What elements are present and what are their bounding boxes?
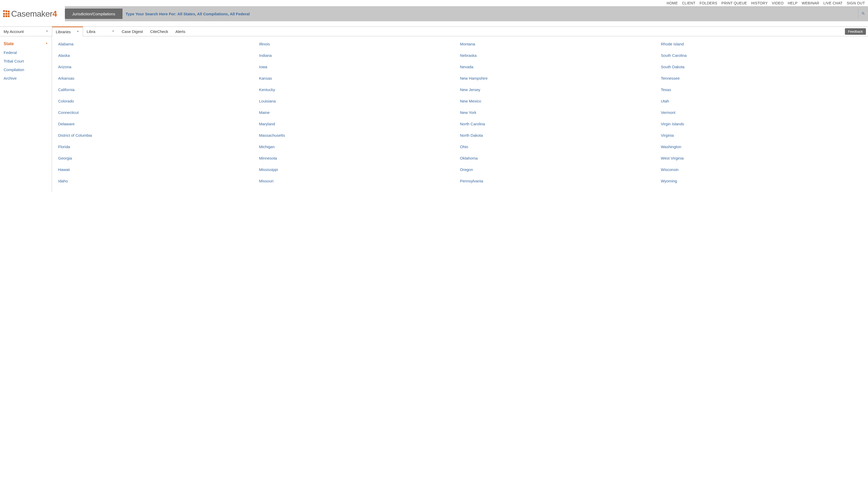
main-content: State Federal Tribal Court Compilation A… <box>0 36 868 192</box>
state-link[interactable]: Florida <box>58 143 259 154</box>
state-link[interactable]: Wyoming <box>661 177 862 188</box>
jurisdiction-button[interactable]: Jurisdiction/Compilations <box>65 8 122 19</box>
search-input[interactable] <box>122 8 858 19</box>
state-link[interactable]: Connecticut <box>58 108 259 120</box>
state-link[interactable]: Arkansas <box>58 74 259 86</box>
state-link[interactable]: Montana <box>460 40 661 52</box>
state-link[interactable]: Oklahoma <box>460 154 661 165</box>
search-row: Casemaker4 Jurisdiction/Compilations <box>0 6 868 21</box>
top-nav-home[interactable]: HOME <box>666 1 678 5</box>
state-link[interactable]: Virgin Islands <box>661 120 862 131</box>
state-link[interactable]: Colorado <box>58 97 259 108</box>
state-link[interactable]: New Hampshire <box>460 74 661 86</box>
state-link[interactable]: Kansas <box>259 74 460 86</box>
tab-label: CiteCheck <box>150 29 168 34</box>
top-nav-history[interactable]: HISTORY <box>751 1 768 5</box>
state-link[interactable]: Idaho <box>58 177 259 188</box>
chevron-down-icon <box>111 29 115 34</box>
state-link[interactable]: Virginia <box>661 131 862 143</box>
state-link[interactable]: New York <box>460 108 661 120</box>
state-link[interactable]: Wisconsin <box>661 165 862 177</box>
tab-alerts[interactable]: Alerts <box>172 27 189 36</box>
state-link[interactable]: Hawaii <box>58 165 259 177</box>
state-link[interactable]: Michigan <box>259 143 460 154</box>
state-link[interactable]: New Mexico <box>460 97 661 108</box>
state-link[interactable]: South Dakota <box>661 63 862 74</box>
state-link[interactable]: Indiana <box>259 52 460 63</box>
state-link[interactable]: Utah <box>661 97 862 108</box>
state-link[interactable]: Nebraska <box>460 52 661 63</box>
state-link[interactable]: Alaska <box>58 52 259 63</box>
top-nav-webinar[interactable]: WEBINAR <box>802 1 819 5</box>
state-link[interactable]: North Dakota <box>460 131 661 143</box>
state-link[interactable]: California <box>58 86 259 97</box>
tab-row: My Account Libraries Libra Case Digest C… <box>0 27 868 36</box>
logo-text: Casemaker4 <box>11 9 57 19</box>
states-grid: AlabamaAlaskaArizonaArkansasCaliforniaCo… <box>52 36 868 192</box>
state-link[interactable]: South Carolina <box>661 52 862 63</box>
state-link[interactable]: Illinois <box>259 40 460 52</box>
sidebar-item-state[interactable]: State <box>0 39 52 48</box>
search-icon <box>862 12 865 16</box>
state-link[interactable]: Delaware <box>58 120 259 131</box>
tab-cite-check[interactable]: CiteCheck <box>147 27 172 36</box>
state-link[interactable]: Maine <box>259 108 460 120</box>
state-link[interactable]: Iowa <box>259 63 460 74</box>
search-bar: Jurisdiction/Compilations <box>65 6 868 21</box>
sidebar-item-label: Compilation <box>4 67 24 72</box>
sidebar-item-compilation[interactable]: Compilation <box>0 65 52 74</box>
sidebar-item-archive[interactable]: Archive <box>0 74 52 83</box>
state-link[interactable]: Massachusetts <box>259 131 460 143</box>
state-link[interactable]: Georgia <box>58 154 259 165</box>
logo-grid-icon <box>3 11 9 17</box>
top-nav-sign-out[interactable]: SIGN OUT <box>847 1 865 5</box>
state-link[interactable]: Kentucky <box>259 86 460 97</box>
tab-libraries[interactable]: Libraries <box>52 27 83 36</box>
state-link[interactable]: Rhode Island <box>661 40 862 52</box>
state-link[interactable]: West Virginia <box>661 154 862 165</box>
state-link[interactable]: Maryland <box>259 120 460 131</box>
logo[interactable]: Casemaker4 <box>0 6 65 21</box>
tab-label: Libraries <box>56 30 71 34</box>
tab-my-account[interactable]: My Account <box>0 27 52 36</box>
state-link[interactable]: District of Columbia <box>58 131 259 143</box>
state-link[interactable]: Oregon <box>460 165 661 177</box>
tab-label: My Account <box>4 29 24 34</box>
sidebar-item-federal[interactable]: Federal <box>0 48 52 57</box>
state-link[interactable]: Minnesota <box>259 154 460 165</box>
state-link[interactable]: Tennessee <box>661 74 862 86</box>
state-link[interactable]: Louisiana <box>259 97 460 108</box>
search-button[interactable] <box>858 8 868 19</box>
tab-label: Libra <box>87 29 95 34</box>
sidebar-item-label: Archive <box>4 76 17 80</box>
state-link[interactable]: Texas <box>661 86 862 97</box>
tab-libra[interactable]: Libra <box>83 27 118 36</box>
sidebar-item-label: State <box>4 41 14 46</box>
state-link[interactable]: Pennsylvania <box>460 177 661 188</box>
state-link[interactable]: Washington <box>661 143 862 154</box>
state-link[interactable]: Ohio <box>460 143 661 154</box>
state-link[interactable]: New Jersey <box>460 86 661 97</box>
sidebar: State Federal Tribal Court Compilation A… <box>0 36 52 192</box>
state-link[interactable]: Nevada <box>460 63 661 74</box>
sidebar-item-label: Tribal Court <box>4 59 24 63</box>
state-link[interactable]: Missouri <box>259 177 460 188</box>
top-nav-video[interactable]: VIDEO <box>772 1 784 5</box>
feedback-button[interactable]: Feedback <box>845 28 866 35</box>
tab-label: Alerts <box>176 29 185 34</box>
state-link[interactable]: Arizona <box>58 63 259 74</box>
state-link[interactable]: Mississippi <box>259 165 460 177</box>
top-nav-help[interactable]: HELP <box>788 1 798 5</box>
top-nav-client[interactable]: CLIENT <box>682 1 695 5</box>
top-nav-live-chat[interactable]: LIVE CHAT <box>824 1 843 5</box>
top-nav-print-queue[interactable]: PRINT QUEUE <box>721 1 747 5</box>
sidebar-item-tribal-court[interactable]: Tribal Court <box>0 57 52 65</box>
top-nav-folders[interactable]: FOLDERS <box>700 1 717 5</box>
top-nav: HOME CLIENT FOLDERS PRINT QUEUE HISTORY … <box>0 0 868 6</box>
state-link[interactable]: Alabama <box>58 40 259 52</box>
state-link[interactable]: North Carolina <box>460 120 661 131</box>
logo-suffix: 4 <box>53 9 57 19</box>
chevron-down-icon <box>45 29 49 34</box>
tab-case-digest[interactable]: Case Digest <box>118 27 147 36</box>
state-link[interactable]: Vermont <box>661 108 862 120</box>
